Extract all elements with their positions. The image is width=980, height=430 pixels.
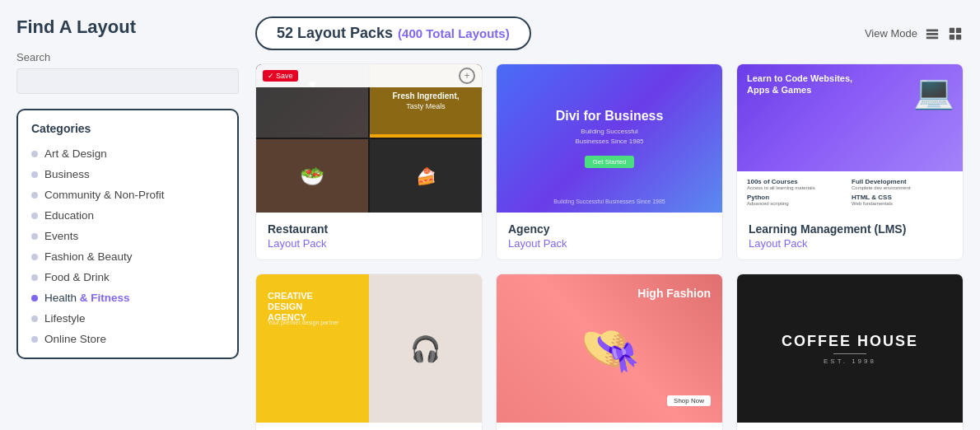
svg-rect-3 (950, 27, 954, 32)
fashion-preview-title: High Fashion (637, 287, 711, 300)
header-row: 52 Layout Packs (400 Total Layouts) View… (255, 16, 964, 50)
card-footer-lms: Learning Management (LMS) Layout Pack (737, 213, 963, 259)
card-footer-creative: Creative Design Agency Layout Pack (256, 423, 482, 430)
categories-box: Categories Art & Design Business Communi… (16, 109, 239, 359)
sidebar-item-online-store[interactable]: Online Store (31, 329, 224, 349)
fashion-cta-button[interactable]: Shop Now (667, 395, 711, 406)
view-mode-label: View Mode (865, 27, 917, 40)
category-dot (31, 336, 38, 343)
categories-title: Categories (31, 122, 224, 135)
card-preview-agency: Divi for Business Building SuccessfulBus… (497, 64, 722, 213)
lms-laptop-icon: 💻 (913, 72, 954, 111)
layout-card-agency[interactable]: Divi for Business Building SuccessfulBus… (496, 63, 723, 260)
layout-card-creative[interactable]: CreativeDesignAgency Your premier design… (255, 273, 483, 430)
sidebar-item-art-design[interactable]: Art & Design (31, 143, 224, 164)
sidebar-item-events[interactable]: Events (31, 226, 224, 246)
sidebar-item-education[interactable]: Education (31, 205, 224, 226)
list-view-icon[interactable] (924, 26, 940, 42)
restaurant-preview-cell-4: 🍰 (370, 139, 482, 213)
layout-card-high-fashion[interactable]: High Fashion 👒 Shop Now High Fashion Lay… (496, 273, 723, 430)
layout-grid: ✓ Save + 🍽️ Fresh Ingredient, Tasty (255, 63, 964, 430)
layout-count-pill: 52 Layout Packs (400 Total Layouts) (255, 16, 531, 50)
card-preview-creative: CreativeDesignAgency Your premier design… (256, 274, 482, 423)
agency-preview-title: Divi for Business (556, 109, 664, 124)
sidebar-item-food-drink[interactable]: Food & Drink (31, 267, 224, 287)
card-footer-restaurant: Restaurant Layout Pack (256, 213, 482, 259)
category-dot (31, 274, 38, 281)
view-mode-area: View Mode (865, 26, 964, 42)
card-preview-fashion: High Fashion 👒 Shop Now (497, 274, 722, 423)
svg-rect-1 (926, 33, 938, 35)
svg-rect-4 (956, 27, 961, 32)
category-dot (31, 315, 38, 322)
card-name-restaurant: Restaurant (268, 222, 470, 236)
search-input[interactable] (16, 68, 239, 94)
card-name-agency: Agency (508, 222, 711, 236)
layout-card-coffee[interactable]: Coffee House Est. 1998 Coffee House Layo… (736, 273, 964, 430)
layout-card-lms[interactable]: Learn to Code Websites, Apps & Games 💻 1… (736, 63, 964, 260)
card-footer-coffee: Coffee House Layout Pack (737, 423, 963, 430)
card-preview-restaurant: ✓ Save + 🍽️ Fresh Ingredient, Tasty (256, 64, 482, 213)
category-dot (31, 171, 38, 178)
pinterest-save-button[interactable]: ✓ Save (263, 70, 298, 82)
sidebar-item-business[interactable]: Business (31, 164, 224, 185)
category-dot (31, 151, 38, 157)
card-preview-lms: Learn to Code Websites, Apps & Games 💻 1… (737, 64, 963, 213)
agency-cta-button[interactable]: Get Started (585, 156, 635, 168)
coffee-preview-title: Coffee House (782, 333, 918, 350)
card-type-restaurant: Layout Pack (268, 237, 470, 250)
layout-packs-count: 52 Layout Packs (277, 25, 393, 42)
add-button[interactable]: + (459, 68, 475, 84)
card-type-lms: Layout Pack (749, 237, 951, 250)
grid-view-icon[interactable] (947, 26, 964, 42)
svg-rect-0 (926, 29, 938, 31)
creative-image-area: 🎧 (369, 274, 482, 423)
category-dot (31, 233, 38, 240)
lms-preview-title: Learn to Code Websites, Apps & Games (747, 72, 861, 96)
restaurant-preview-cell-3: 🥗 (256, 139, 368, 213)
category-dot (31, 295, 38, 301)
card-footer-agency: Agency Layout Pack (497, 213, 722, 259)
page-container: Find A Layout Search Categories Art & De… (0, 0, 980, 430)
total-layouts-count: (400 Total Layouts) (398, 26, 510, 40)
sidebar: Find A Layout Search Categories Art & De… (16, 16, 239, 430)
card-top-bar: ✓ Save + (256, 64, 482, 87)
card-name-lms: Learning Management (LMS) (749, 222, 951, 236)
page-title: Find A Layout (16, 16, 239, 38)
lms-features-grid: 100s of Courses Access to all learning m… (737, 171, 963, 213)
main-content: 52 Layout Packs (400 Total Layouts) View… (255, 16, 964, 430)
svg-rect-2 (926, 36, 938, 39)
sidebar-item-lifestyle[interactable]: Lifestyle (31, 308, 224, 329)
card-footer-fashion: High Fashion Layout Pack (497, 423, 722, 430)
category-dot (31, 192, 38, 199)
creative-preview-title: CreativeDesignAgency (268, 291, 313, 324)
search-label: Search (16, 51, 239, 63)
category-dot (31, 213, 38, 219)
category-dot (31, 254, 38, 260)
card-preview-coffee: Coffee House Est. 1998 (737, 274, 963, 423)
sidebar-item-health-fitness[interactable]: Health & Fitness (31, 287, 224, 308)
fashion-figure: 👒 (579, 320, 641, 378)
svg-rect-6 (956, 34, 961, 39)
sidebar-item-fashion-beauty[interactable]: Fashion & Beauty (31, 246, 224, 267)
layout-card-restaurant[interactable]: ✓ Save + 🍽️ Fresh Ingredient, Tasty (255, 63, 483, 260)
card-type-agency: Layout Pack (508, 237, 711, 250)
svg-rect-5 (950, 34, 954, 39)
sidebar-item-community[interactable]: Community & Non-Profit (31, 185, 224, 205)
